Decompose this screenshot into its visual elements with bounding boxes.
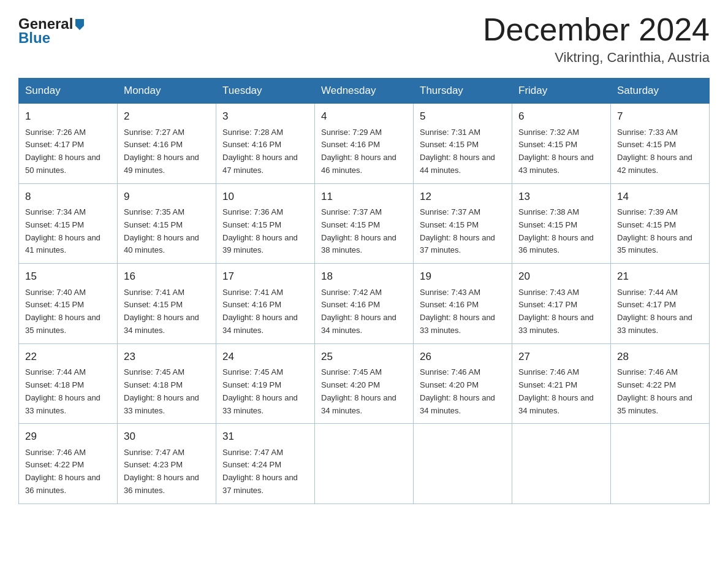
day-info: Sunrise: 7:37 AMSunset: 4:15 PMDaylight:… xyxy=(420,206,506,257)
calendar-cell: 5 Sunrise: 7:31 AMSunset: 4:15 PMDayligh… xyxy=(414,104,512,184)
calendar-cell: 9 Sunrise: 7:35 AMSunset: 4:15 PMDayligh… xyxy=(118,183,216,264)
day-info: Sunrise: 7:36 AMSunset: 4:15 PMDaylight:… xyxy=(222,206,308,257)
calendar-cell: 2 Sunrise: 7:27 AMSunset: 4:16 PMDayligh… xyxy=(118,104,216,184)
day-info: Sunrise: 7:26 AMSunset: 4:17 PMDaylight:… xyxy=(25,126,111,177)
day-info: Sunrise: 7:43 AMSunset: 4:17 PMDaylight:… xyxy=(518,286,604,337)
day-number: 18 xyxy=(321,269,407,285)
day-info: Sunrise: 7:33 AMSunset: 4:15 PMDaylight:… xyxy=(617,126,703,177)
calendar-cell: 23 Sunrise: 7:45 AMSunset: 4:18 PMDaylig… xyxy=(118,343,216,424)
day-info: Sunrise: 7:41 AMSunset: 4:16 PMDaylight:… xyxy=(222,286,308,337)
calendar-cell: 26 Sunrise: 7:46 AMSunset: 4:20 PMDaylig… xyxy=(414,343,512,424)
calendar-cell: 31 Sunrise: 7:47 AMSunset: 4:24 PMDaylig… xyxy=(216,424,315,504)
calendar-cell xyxy=(611,424,710,504)
day-info: Sunrise: 7:29 AMSunset: 4:16 PMDaylight:… xyxy=(321,126,407,177)
calendar-cell: 12 Sunrise: 7:37 AMSunset: 4:15 PMDaylig… xyxy=(414,183,512,264)
calendar-cell: 30 Sunrise: 7:47 AMSunset: 4:23 PMDaylig… xyxy=(118,424,216,504)
day-info: Sunrise: 7:46 AMSunset: 4:22 PMDaylight:… xyxy=(617,366,703,417)
day-number: 22 xyxy=(25,349,111,365)
calendar-cell: 15 Sunrise: 7:40 AMSunset: 4:15 PMDaylig… xyxy=(19,264,118,344)
day-number: 1 xyxy=(25,109,111,124)
day-info: Sunrise: 7:34 AMSunset: 4:15 PMDaylight:… xyxy=(25,206,111,257)
calendar-cell: 22 Sunrise: 7:44 AMSunset: 4:18 PMDaylig… xyxy=(19,343,118,424)
calendar-cell: 13 Sunrise: 7:38 AMSunset: 4:15 PMDaylig… xyxy=(512,183,611,264)
calendar-cell: 24 Sunrise: 7:45 AMSunset: 4:19 PMDaylig… xyxy=(216,343,315,424)
day-info: Sunrise: 7:37 AMSunset: 4:15 PMDaylight:… xyxy=(321,206,407,257)
calendar-week-row: 15 Sunrise: 7:40 AMSunset: 4:15 PMDaylig… xyxy=(19,264,710,344)
calendar-cell: 27 Sunrise: 7:46 AMSunset: 4:21 PMDaylig… xyxy=(512,343,611,424)
day-info: Sunrise: 7:39 AMSunset: 4:15 PMDaylight:… xyxy=(617,206,703,257)
day-header-wednesday: Wednesday xyxy=(315,79,414,104)
month-title: December 2024 xyxy=(483,12,710,47)
day-info: Sunrise: 7:44 AMSunset: 4:18 PMDaylight:… xyxy=(25,366,111,417)
calendar-cell: 1 Sunrise: 7:26 AMSunset: 4:17 PMDayligh… xyxy=(19,104,118,184)
day-info: Sunrise: 7:40 AMSunset: 4:15 PMDaylight:… xyxy=(25,286,111,337)
day-info: Sunrise: 7:41 AMSunset: 4:15 PMDaylight:… xyxy=(124,286,210,337)
day-header-thursday: Thursday xyxy=(414,79,512,104)
day-number: 24 xyxy=(222,349,308,365)
day-number: 9 xyxy=(124,189,210,205)
calendar-cell: 3 Sunrise: 7:28 AMSunset: 4:16 PMDayligh… xyxy=(216,104,315,184)
day-number: 11 xyxy=(321,189,407,205)
day-info: Sunrise: 7:44 AMSunset: 4:17 PMDaylight:… xyxy=(617,286,703,337)
day-number: 6 xyxy=(518,109,604,124)
day-header-monday: Monday xyxy=(118,79,216,104)
day-info: Sunrise: 7:47 AMSunset: 4:24 PMDaylight:… xyxy=(222,446,308,497)
day-number: 29 xyxy=(25,429,111,445)
day-number: 8 xyxy=(25,189,111,205)
day-number: 3 xyxy=(222,109,308,124)
day-number: 31 xyxy=(222,429,308,445)
calendar-cell: 6 Sunrise: 7:32 AMSunset: 4:15 PMDayligh… xyxy=(512,104,611,184)
location-title: Viktring, Carinthia, Austria xyxy=(483,50,710,66)
calendar-cell: 11 Sunrise: 7:37 AMSunset: 4:15 PMDaylig… xyxy=(315,183,414,264)
day-info: Sunrise: 7:35 AMSunset: 4:15 PMDaylight:… xyxy=(124,206,210,257)
day-info: Sunrise: 7:46 AMSunset: 4:22 PMDaylight:… xyxy=(25,446,111,497)
day-info: Sunrise: 7:46 AMSunset: 4:20 PMDaylight:… xyxy=(420,366,506,417)
calendar-cell: 20 Sunrise: 7:43 AMSunset: 4:17 PMDaylig… xyxy=(512,264,611,344)
day-info: Sunrise: 7:38 AMSunset: 4:15 PMDaylight:… xyxy=(518,206,604,257)
calendar-week-row: 8 Sunrise: 7:34 AMSunset: 4:15 PMDayligh… xyxy=(19,183,710,264)
day-number: 12 xyxy=(420,189,506,205)
calendar-cell: 8 Sunrise: 7:34 AMSunset: 4:15 PMDayligh… xyxy=(19,183,118,264)
day-header-tuesday: Tuesday xyxy=(216,79,315,104)
logo: General Blue xyxy=(18,15,86,47)
day-number: 26 xyxy=(420,349,506,365)
day-number: 19 xyxy=(420,269,506,285)
day-info: Sunrise: 7:28 AMSunset: 4:16 PMDaylight:… xyxy=(222,126,308,177)
svg-marker-0 xyxy=(75,19,84,30)
logo-arrow-icon xyxy=(73,17,86,31)
calendar-cell: 21 Sunrise: 7:44 AMSunset: 4:17 PMDaylig… xyxy=(611,264,710,344)
logo-blue-text: Blue xyxy=(18,29,86,47)
day-info: Sunrise: 7:27 AMSunset: 4:16 PMDaylight:… xyxy=(124,126,210,177)
day-number: 17 xyxy=(222,269,308,285)
day-info: Sunrise: 7:42 AMSunset: 4:16 PMDaylight:… xyxy=(321,286,407,337)
calendar-cell: 18 Sunrise: 7:42 AMSunset: 4:16 PMDaylig… xyxy=(315,264,414,344)
calendar-cell: 10 Sunrise: 7:36 AMSunset: 4:15 PMDaylig… xyxy=(216,183,315,264)
day-number: 23 xyxy=(124,349,210,365)
title-section: December 2024 Viktring, Carinthia, Austr… xyxy=(483,12,710,66)
day-number: 15 xyxy=(25,269,111,285)
calendar-cell: 25 Sunrise: 7:45 AMSunset: 4:20 PMDaylig… xyxy=(315,343,414,424)
calendar-cell: 29 Sunrise: 7:46 AMSunset: 4:22 PMDaylig… xyxy=(19,424,118,504)
calendar-cell xyxy=(315,424,414,504)
calendar-week-row: 1 Sunrise: 7:26 AMSunset: 4:17 PMDayligh… xyxy=(19,104,710,184)
day-header-saturday: Saturday xyxy=(611,79,710,104)
day-number: 13 xyxy=(518,189,604,205)
calendar-cell: 17 Sunrise: 7:41 AMSunset: 4:16 PMDaylig… xyxy=(216,264,315,344)
day-number: 10 xyxy=(222,189,308,205)
day-info: Sunrise: 7:32 AMSunset: 4:15 PMDaylight:… xyxy=(518,126,604,177)
day-header-sunday: Sunday xyxy=(19,79,118,104)
day-header-friday: Friday xyxy=(512,79,611,104)
day-info: Sunrise: 7:43 AMSunset: 4:16 PMDaylight:… xyxy=(420,286,506,337)
day-number: 20 xyxy=(518,269,604,285)
calendar-table: SundayMondayTuesdayWednesdayThursdayFrid… xyxy=(18,78,710,504)
calendar-cell: 19 Sunrise: 7:43 AMSunset: 4:16 PMDaylig… xyxy=(414,264,512,344)
calendar-header-row: SundayMondayTuesdayWednesdayThursdayFrid… xyxy=(19,79,710,104)
calendar-cell: 14 Sunrise: 7:39 AMSunset: 4:15 PMDaylig… xyxy=(611,183,710,264)
calendar-week-row: 22 Sunrise: 7:44 AMSunset: 4:18 PMDaylig… xyxy=(19,343,710,424)
day-info: Sunrise: 7:45 AMSunset: 4:18 PMDaylight:… xyxy=(124,366,210,417)
day-info: Sunrise: 7:45 AMSunset: 4:19 PMDaylight:… xyxy=(222,366,308,417)
day-number: 4 xyxy=(321,109,407,124)
calendar-cell: 16 Sunrise: 7:41 AMSunset: 4:15 PMDaylig… xyxy=(118,264,216,344)
calendar-week-row: 29 Sunrise: 7:46 AMSunset: 4:22 PMDaylig… xyxy=(19,424,710,504)
day-info: Sunrise: 7:31 AMSunset: 4:15 PMDaylight:… xyxy=(420,126,506,177)
